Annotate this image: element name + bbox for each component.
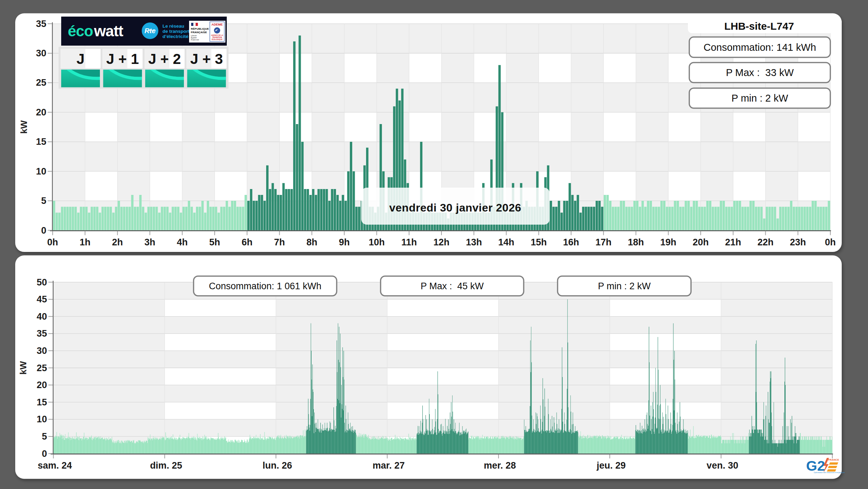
svg-text:P Max : 45 kW: P Max : 45 kW <box>421 281 484 291</box>
svg-text:FRANCE: FRANCE <box>828 458 839 461</box>
svg-text:7h: 7h <box>274 237 285 247</box>
svg-text:25: 25 <box>37 363 47 373</box>
svg-text:15: 15 <box>37 397 47 407</box>
svg-text:19h: 19h <box>660 237 676 247</box>
svg-text:mer. 28: mer. 28 <box>484 460 516 471</box>
svg-text:ven. 30: ven. 30 <box>707 460 738 471</box>
svg-text:J: J <box>76 51 84 67</box>
svg-text:1h: 1h <box>80 237 91 247</box>
svg-text:21h: 21h <box>725 237 741 247</box>
svg-text:Consommation: 1 061 kWh: Consommation: 1 061 kWh <box>209 281 321 291</box>
svg-text:P min : 2 kW: P min : 2 kW <box>731 93 788 104</box>
svg-text:14h: 14h <box>498 237 514 247</box>
svg-text:vendredi 30 janvier 2026: vendredi 30 janvier 2026 <box>389 201 521 214</box>
svg-text:8h: 8h <box>306 237 317 247</box>
svg-text:15: 15 <box>36 137 46 147</box>
svg-text:50: 50 <box>37 277 47 288</box>
svg-text:6h: 6h <box>242 237 253 247</box>
svg-text:30: 30 <box>37 346 47 356</box>
svg-text:0h: 0h <box>47 237 58 247</box>
svg-text:20: 20 <box>37 380 47 390</box>
svg-text:2h: 2h <box>112 237 123 247</box>
svg-text:20: 20 <box>36 107 46 117</box>
svg-text:23h: 23h <box>790 237 806 247</box>
svg-text:kW: kW <box>19 120 29 134</box>
svg-text:watt: watt <box>94 22 123 39</box>
svg-text:5: 5 <box>41 196 46 206</box>
svg-text:13h: 13h <box>466 237 482 247</box>
svg-text:5h: 5h <box>209 237 220 247</box>
svg-text:Optimisation des ressources én: Optimisation des ressources énergétiques <box>814 472 845 473</box>
svg-text:9h: 9h <box>339 237 350 247</box>
svg-text:ÉCOLOGIQUE: ÉCOLOGIQUE <box>212 38 222 40</box>
svg-text:3h: 3h <box>144 237 156 247</box>
svg-text:éco: éco <box>68 22 93 39</box>
svg-text:20h: 20h <box>693 237 709 247</box>
svg-text:FRANÇAISE: FRANÇAISE <box>191 31 207 34</box>
svg-text:P Max : 33 kW: P Max : 33 kW <box>726 67 794 78</box>
svg-text:0h: 0h <box>825 237 836 247</box>
svg-text:TRANSITION: TRANSITION <box>212 37 222 38</box>
svg-text:10: 10 <box>37 414 47 424</box>
svg-text:sam. 24: sam. 24 <box>38 460 72 471</box>
svg-text:17h: 17h <box>596 237 612 247</box>
svg-text:LHB-site-L747: LHB-site-L747 <box>724 20 794 32</box>
svg-text:40: 40 <box>37 311 47 322</box>
svg-text:45: 45 <box>37 294 47 304</box>
svg-text:Fraternité: Fraternité <box>191 39 199 41</box>
svg-text:Consommation: 141 kWh: Consommation: 141 kWh <box>703 42 816 53</box>
svg-text:Le réseau: Le réseau <box>162 23 184 29</box>
svg-text:J + 3: J + 3 <box>190 51 223 67</box>
svg-text:mar. 27: mar. 27 <box>373 460 405 471</box>
svg-text:d’électricité: d’électricité <box>162 34 189 39</box>
svg-text:0: 0 <box>42 449 47 459</box>
svg-text:P min : 2 kW: P min : 2 kW <box>598 281 651 291</box>
svg-text:11h: 11h <box>401 237 417 247</box>
svg-text:15h: 15h <box>531 237 547 247</box>
svg-text:35: 35 <box>37 328 47 339</box>
svg-text:J + 2: J + 2 <box>148 51 181 67</box>
svg-text:30: 30 <box>36 48 46 58</box>
svg-text:dim. 25: dim. 25 <box>150 460 182 471</box>
svg-text:18h: 18h <box>628 237 644 247</box>
svg-text:de transport: de transport <box>162 29 190 34</box>
svg-text:16h: 16h <box>563 237 579 247</box>
svg-text:lun. 26: lun. 26 <box>263 460 292 471</box>
svg-text:AGENCE DE LA: AGENCE DE LA <box>211 35 223 36</box>
svg-text:10h: 10h <box>368 237 385 247</box>
svg-text:jeu. 29: jeu. 29 <box>596 460 626 471</box>
svg-text:35: 35 <box>36 19 46 29</box>
svg-text:J + 1: J + 1 <box>106 51 139 67</box>
svg-text:25: 25 <box>36 77 46 88</box>
svg-text:ADEME: ADEME <box>212 23 223 26</box>
svg-text:4h: 4h <box>177 237 188 247</box>
svg-text:kW: kW <box>18 361 28 375</box>
svg-text:10: 10 <box>36 166 46 177</box>
svg-text:12h: 12h <box>433 237 450 247</box>
svg-text:22h: 22h <box>757 237 774 247</box>
svg-text:5: 5 <box>42 431 47 442</box>
svg-text:0: 0 <box>41 225 46 236</box>
svg-text:RÉPUBLIQUE: RÉPUBLIQUE <box>191 27 209 30</box>
